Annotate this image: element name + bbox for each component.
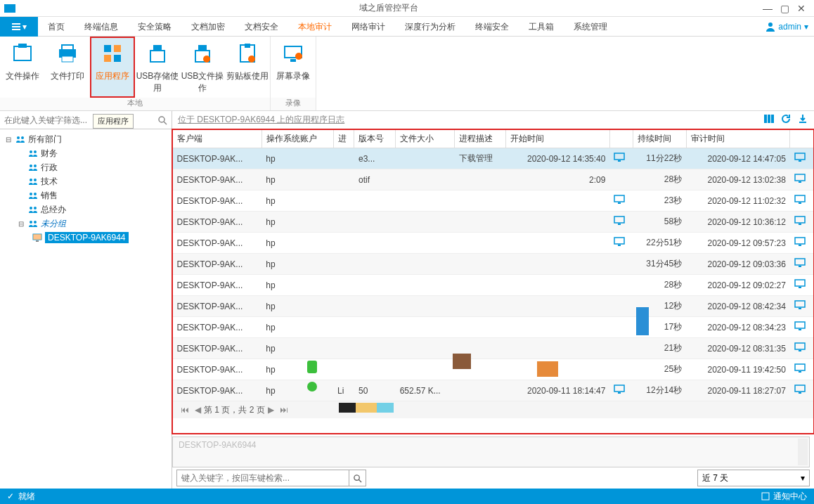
log-table: 客户端操作系统账户进版本号文件大小进程描述开始时间持续时间审计时间 DESKTO… bbox=[172, 129, 814, 401]
export-button[interactable] bbox=[797, 113, 808, 127]
column-header[interactable]: 操作系统账户 bbox=[261, 130, 333, 148]
ribbon-group-label: 录像 bbox=[271, 98, 316, 110]
svg-point-38 bbox=[30, 221, 32, 224]
tree-root[interactable]: ⊟ 所有部门 bbox=[0, 132, 172, 146]
table-row[interactable]: DESKTOP-9AK...hp21秒2020-09-12 08:31:35 bbox=[173, 338, 814, 359]
table-row[interactable]: DESKTOP-9AK...hp23秒2020-09-12 11:02:32 bbox=[173, 190, 814, 212]
svg-rect-55 bbox=[799, 202, 801, 204]
pager-text: 第 1 页，共 2 页 bbox=[204, 404, 265, 416]
ribbon-item[interactable]: USB文件操作 bbox=[180, 37, 225, 98]
scrollbar[interactable] bbox=[798, 439, 808, 465]
svg-rect-43 bbox=[764, 115, 767, 123]
patch bbox=[356, 403, 377, 413]
column-header[interactable]: 进程描述 bbox=[455, 130, 506, 148]
close-button[interactable]: ✕ bbox=[793, 3, 810, 14]
table-row[interactable]: DESKTOP-9AK...hpLi50652.57 K...2020-09-1… bbox=[173, 380, 814, 401]
svg-rect-77 bbox=[618, 392, 621, 394]
tree-dept[interactable]: 总经办 bbox=[0, 202, 172, 217]
search-button[interactable] bbox=[153, 112, 172, 129]
columns-button[interactable] bbox=[763, 113, 775, 127]
check-icon: ✓ bbox=[7, 491, 14, 501]
svg-rect-78 bbox=[795, 385, 805, 392]
column-header[interactable]: 客户端 bbox=[173, 130, 262, 148]
table-row[interactable]: DESKTOP-9AK...hpotif2:0928秒2020-09-12 13… bbox=[173, 169, 814, 190]
svg-rect-1 bbox=[12, 26, 20, 27]
patch bbox=[377, 403, 394, 413]
monitor-icon bbox=[794, 237, 806, 247]
svg-rect-15 bbox=[198, 45, 207, 51]
pager-next[interactable]: ▶ bbox=[268, 405, 274, 415]
ribbon-item[interactable]: 应用程序 bbox=[90, 37, 135, 98]
user-menu[interactable]: admin ▾ bbox=[765, 22, 814, 32]
ribbon-item[interactable]: 文件打印 bbox=[45, 37, 90, 98]
column-header[interactable]: 文件大小 bbox=[396, 130, 455, 148]
patch bbox=[307, 382, 317, 392]
column-header[interactable]: 持续时间 bbox=[633, 130, 686, 148]
ribbon-tab[interactable]: 深度行为分析 bbox=[395, 22, 465, 32]
ribbon-tab[interactable]: 首页 bbox=[38, 22, 75, 32]
group-icon bbox=[15, 134, 25, 144]
table-row[interactable]: DESKTOP-9AK...hp22分51秒2020-09-12 09:57:2… bbox=[173, 233, 814, 254]
ribbon-tab[interactable]: 网络审计 bbox=[342, 22, 395, 32]
group-icon bbox=[28, 176, 38, 186]
notification-center[interactable]: 通知中心 bbox=[761, 491, 807, 503]
ribbon-item[interactable]: 屏幕录像 bbox=[271, 37, 316, 98]
ribbon-icon bbox=[282, 42, 304, 65]
svg-point-23 bbox=[295, 53, 302, 60]
table-row[interactable]: DESKTOP-9AK...hp58秒2020-09-12 10:36:12 bbox=[173, 212, 814, 233]
svg-rect-4 bbox=[14, 46, 31, 60]
tree-dept[interactable]: 财务 bbox=[0, 146, 172, 160]
column-header[interactable]: 版本号 bbox=[354, 130, 396, 148]
monitor-icon bbox=[794, 300, 806, 310]
ribbon-tab[interactable]: 本地审计 bbox=[288, 22, 342, 32]
table-row[interactable]: DESKTOP-9AK...hpe3...下载管理2020-09-12 14:3… bbox=[173, 148, 814, 169]
pager-prev[interactable]: ◀ bbox=[195, 405, 201, 415]
svg-rect-14 bbox=[150, 51, 164, 62]
period-select[interactable]: 近 7 天 ▾ bbox=[697, 470, 810, 486]
ribbon-item[interactable]: 剪贴板使用 bbox=[225, 37, 270, 98]
column-header[interactable]: 审计时间 bbox=[686, 130, 790, 148]
maximize-button[interactable]: ▢ bbox=[776, 3, 793, 14]
ribbon-tab[interactable]: 终端信息 bbox=[75, 22, 128, 32]
svg-rect-66 bbox=[795, 280, 805, 286]
refresh-button[interactable] bbox=[780, 113, 792, 127]
collapse-icon[interactable]: ⊟ bbox=[4, 136, 13, 143]
column-header[interactable] bbox=[609, 130, 633, 148]
app-menu-button[interactable]: ▾ bbox=[0, 17, 38, 37]
column-header[interactable] bbox=[790, 130, 814, 148]
tree-host[interactable]: DESKTOP-9AK6944 bbox=[0, 231, 172, 245]
tree-dept[interactable]: 销售 bbox=[0, 188, 172, 202]
svg-rect-11 bbox=[104, 55, 111, 62]
table-row[interactable]: DESKTOP-9AK...hp28秒2020-09-12 09:02:27 bbox=[173, 275, 814, 296]
window-title: 域之盾管控平台 bbox=[18, 2, 759, 14]
pager-first[interactable]: ⏮ bbox=[181, 405, 189, 415]
table-row[interactable]: DESKTOP-9AK...hp17秒2020-09-12 08:34:23 bbox=[173, 317, 814, 338]
svg-rect-51 bbox=[799, 181, 801, 183]
tree-dept[interactable]: 行政 bbox=[0, 160, 172, 174]
ribbon-tab[interactable]: 文档安全 bbox=[235, 22, 288, 32]
table-row[interactable]: DESKTOP-9AK...hp25秒2020-09-11 19:42:50 bbox=[173, 359, 814, 380]
table-row[interactable]: DESKTOP-9AK...hp12秒2020-09-12 08:42:34 bbox=[173, 296, 814, 317]
ribbon-tab[interactable]: 终端安全 bbox=[465, 22, 519, 32]
table-row[interactable]: DESKTOP-9AK...hp31分45秒2020-09-12 09:03:3… bbox=[173, 254, 814, 275]
ribbon-item[interactable]: USB存储使用 bbox=[135, 37, 180, 98]
ribbon-item[interactable]: 文件操作 bbox=[0, 37, 45, 98]
column-header[interactable]: 开始时间 bbox=[506, 130, 610, 148]
ribbon-group-label: 本地 bbox=[0, 98, 270, 110]
tree-dept[interactable]: 技术 bbox=[0, 174, 172, 188]
svg-point-33 bbox=[34, 179, 37, 181]
column-header[interactable]: 进 bbox=[333, 130, 354, 148]
ribbon-tab[interactable]: 文档加密 bbox=[181, 22, 235, 32]
svg-rect-73 bbox=[799, 350, 801, 351]
monitor-icon bbox=[794, 216, 806, 226]
ribbon-tab[interactable]: 工具箱 bbox=[519, 22, 564, 32]
ribbon-tab[interactable]: 系统管理 bbox=[564, 22, 617, 32]
keyword-input[interactable] bbox=[177, 470, 349, 486]
ribbon-tab[interactable]: 安全策略 bbox=[128, 22, 181, 32]
monitor-icon bbox=[614, 385, 625, 394]
tree-unassigned[interactable]: ⊟ 未分组 bbox=[0, 217, 172, 231]
keyword-go-button[interactable] bbox=[349, 470, 366, 486]
minimize-button[interactable]: — bbox=[759, 3, 776, 14]
collapse-icon[interactable]: ⊟ bbox=[17, 220, 25, 228]
pager-last[interactable]: ⏭ bbox=[280, 405, 288, 415]
